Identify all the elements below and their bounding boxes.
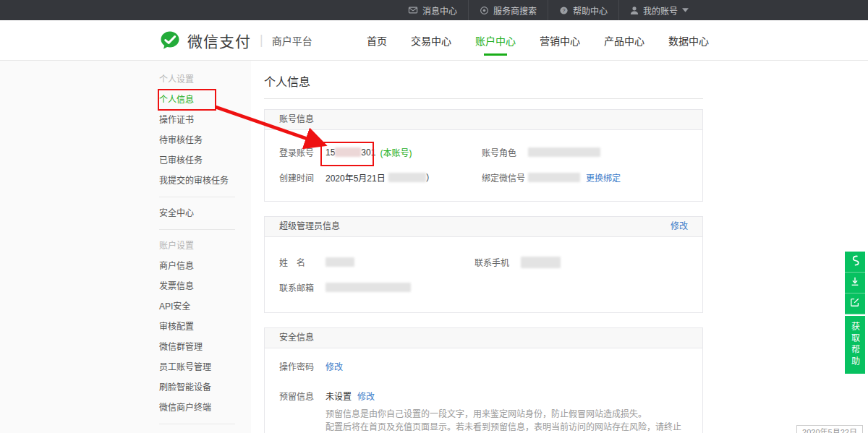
sidebar-item-员工账号管理[interactable]: 员工账号管理 <box>159 357 239 377</box>
admin-name-value <box>326 257 354 267</box>
mail-icon <box>408 6 418 14</box>
hotline-icon <box>850 254 861 270</box>
download-button[interactable] <box>845 273 865 293</box>
search-circle-icon <box>480 6 489 15</box>
sidebar-item-API安全[interactable]: API安全 <box>159 296 239 317</box>
sidebar-divider <box>159 424 235 424</box>
main-nav: 首页交易中心账户中心营销中心产品中心数据中心 <box>367 20 709 60</box>
admin-info-panel-body: 姓 名 联系手机 联系邮箱 <box>265 237 702 312</box>
sidebar: 个人设置个人信息操作证书待审核任务已审核任务我提交的审核任务安全中心账户设置商户… <box>0 61 251 433</box>
login-account-value: 15 301 (本账号) <box>326 146 412 158</box>
sidebar-item-安全中心[interactable]: 安全中心 <box>159 203 239 223</box>
nav-tab-2[interactable]: 账户中心 <box>475 33 516 48</box>
topbar-item-1[interactable]: 服务商搜索 <box>468 0 548 20</box>
nav-tab-3[interactable]: 营销中心 <box>540 33 580 48</box>
brand-separator: | <box>260 33 263 48</box>
help-line: 预留信息是由你自己设置的一段文字，用来鉴定网站身份，防止假冒网站造成损失。 <box>326 408 688 421</box>
reserved-info-label: 预留信息 <box>279 390 326 402</box>
login-account-cell: 登录账号 15 301 (本账号) <box>279 146 482 158</box>
main-content: 个人信息 账号信息 登录账号 15 301 (本账号) <box>264 61 703 433</box>
redacted-admin-name <box>326 257 354 267</box>
info-row: 登录账号 15 301 (本账号) 账号角色 <box>279 146 688 158</box>
op-password-cell: 操作密码 修改 <box>279 360 343 372</box>
account-info-panel: 账号信息 登录账号 15 301 (本账号) 账号角色 <box>264 109 703 202</box>
topbar-item-0[interactable]: 消息中心 <box>397 0 468 20</box>
nav-tab-5[interactable]: 数据中心 <box>668 33 709 48</box>
created-time-label: 创建时间 <box>279 171 326 184</box>
wechat-pay-logo-icon <box>159 30 181 51</box>
account-info-panel-header: 账号信息 <box>265 110 702 130</box>
nav-tab-1[interactable]: 交易中心 <box>411 33 451 48</box>
admin-email-cell: 联系邮箱 <box>279 281 411 293</box>
sidebar-item-审核配置[interactable]: 审核配置 <box>159 317 239 337</box>
created-time-suffix: ） <box>426 171 435 184</box>
admin-edit-link[interactable]: 修改 <box>671 217 688 236</box>
admin-email-value <box>326 283 411 292</box>
topbar-item-3[interactable]: 我的账号 <box>618 0 699 20</box>
help-circle-icon: ? <box>559 6 569 15</box>
nav-tab-4[interactable]: 产品中心 <box>604 33 644 48</box>
sidebar-group-title: 账户设置 <box>159 236 251 256</box>
sidebar-item-操作证书[interactable]: 操作证书 <box>159 110 239 130</box>
admin-phone-value <box>521 257 561 268</box>
page-body: 个人设置个人信息操作证书待审核任务已审核任务我提交的审核任务安全中心账户设置商户… <box>0 61 868 433</box>
sidebar-item-已审核任务[interactable]: 已审核任务 <box>159 150 239 171</box>
redacted-account-role <box>528 147 600 157</box>
admin-phone-cell: 联系手机 <box>475 256 561 268</box>
created-time-cell: 创建时间 2020年5月21日 ） <box>279 171 482 184</box>
topbar-item-2[interactable]: ?帮助中心 <box>548 0 618 20</box>
brand-logo[interactable]: 微信支付 | 商户平台 <box>159 20 312 60</box>
sidebar-item-刷脸智能设备[interactable]: 刷脸智能设备 <box>159 377 239 398</box>
sidebar-item-待审核任务[interactable]: 待审核任务 <box>159 130 239 150</box>
redacted-admin-phone <box>521 257 561 268</box>
redacted-admin-email <box>326 283 411 292</box>
account-role-cell: 账号角色 <box>482 146 600 158</box>
brand-title: 微信支付 <box>187 30 251 51</box>
admin-email-label: 联系邮箱 <box>279 281 326 293</box>
security-info-panel: 安全信息 操作密码 修改 预留信息 未设置 修改 预留信息是由你自己设置的一 <box>264 327 703 433</box>
user-icon <box>630 6 639 15</box>
title-divider <box>264 98 703 99</box>
admin-name-label: 姓 名 <box>279 256 326 268</box>
sidebar-item-微信群管理[interactable]: 微信群管理 <box>159 337 239 357</box>
info-row: 创建时间 2020年5月21日 ） 绑定微信号 更换绑定 <box>279 171 688 184</box>
feedback-button[interactable] <box>845 293 865 314</box>
floating-icon-buttons <box>845 252 865 314</box>
nav-tab-0[interactable]: 首页 <box>367 33 387 48</box>
page-title: 个人信息 <box>264 72 703 90</box>
change-binding-link[interactable]: 更换绑定 <box>586 171 621 184</box>
op-password-edit-link[interactable]: 修改 <box>326 360 343 372</box>
sidebar-item-个人信息[interactable]: 个人信息 <box>159 90 239 110</box>
download-icon <box>850 276 860 290</box>
info-row: 操作密码 修改 <box>279 360 688 372</box>
created-time-value: 2020年5月21日 ） <box>326 171 435 184</box>
topbar: 消息中心服务商搜索?帮助中心我的账号 <box>0 0 868 20</box>
info-row: 姓 名 联系手机 <box>279 256 688 268</box>
sidebar-item-商户信息[interactable]: 商户信息 <box>159 256 239 276</box>
svg-text:?: ? <box>562 7 565 14</box>
login-number-suffix: 301 <box>361 147 375 158</box>
reserved-info-status: 未设置 <box>326 390 352 402</box>
bound-wechat-value: 更换绑定 <box>528 171 621 184</box>
hotline-button[interactable] <box>845 252 865 273</box>
op-password-label: 操作密码 <box>279 360 326 372</box>
account-info-panel-title: 账号信息 <box>279 110 314 129</box>
brand-subtitle: 商户平台 <box>272 33 312 48</box>
caret-down-icon <box>682 8 689 12</box>
redacted-created-time <box>388 173 426 182</box>
topbar-item-label: 消息中心 <box>422 4 457 17</box>
current-account-tag: (本账号) <box>380 146 412 158</box>
topbar-item-label: 我的账号 <box>643 4 678 17</box>
redacted-login-number <box>335 147 361 157</box>
get-help-button[interactable]: 获取帮助 <box>845 316 865 374</box>
feedback-icon <box>850 297 860 310</box>
reserved-info-edit-link[interactable]: 修改 <box>357 390 375 402</box>
account-role-label: 账号角色 <box>482 146 528 158</box>
sidebar-item-发票信息[interactable]: 发票信息 <box>159 276 239 296</box>
sidebar-item-我提交的审核任务[interactable]: 我提交的审核任务 <box>159 171 239 191</box>
reserved-info-help-text: 预留信息是由你自己设置的一段文字，用来鉴定网站身份，防止假冒网站造成损失。配置后… <box>326 408 688 433</box>
sidebar-item-微信商户终端[interactable]: 微信商户终端 <box>159 398 239 418</box>
floating-toolbar: 获取帮助 <box>845 252 865 374</box>
topbar-menu: 消息中心服务商搜索?帮助中心我的账号 <box>397 0 699 20</box>
security-info-panel-title: 安全信息 <box>279 328 314 348</box>
